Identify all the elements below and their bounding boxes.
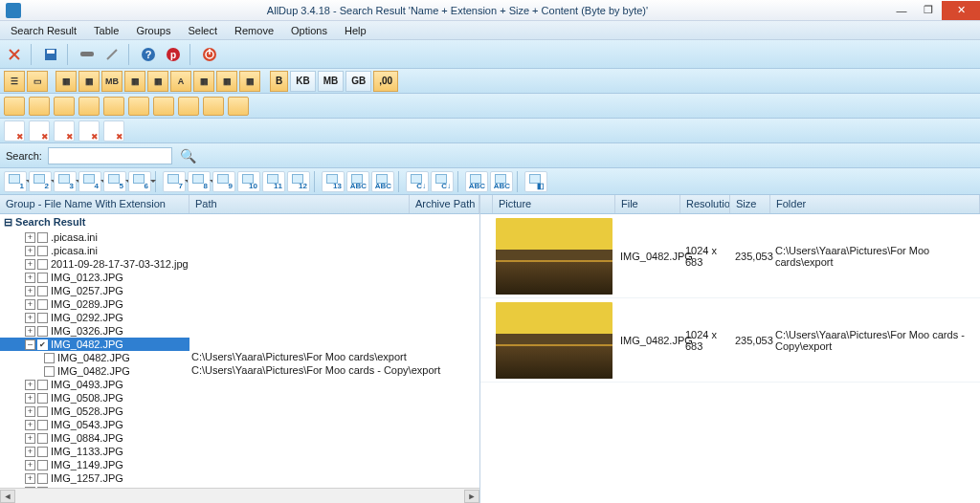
tree-node[interactable]: +IMG_0257.JPG: [0, 284, 189, 297]
tree-checkbox[interactable]: [37, 433, 48, 444]
col-file[interactable]: File: [615, 195, 680, 213]
action-btn-9[interactable]: 10: [237, 171, 260, 192]
view-mode-4[interactable]: ▦: [147, 71, 168, 92]
tree-node[interactable]: +.picasa.ini: [0, 230, 189, 244]
action-btn-11[interactable]: 12: [287, 171, 310, 192]
view-list-icon[interactable]: ▭: [27, 71, 48, 92]
view-mode-1[interactable]: ▦: [56, 71, 77, 92]
preview-row[interactable]: IMG_0482.JPG1024 x 683235,053C:\Users\Ya…: [480, 214, 980, 298]
tree-checkbox[interactable]: [37, 473, 48, 484]
brush-icon[interactable]: [101, 44, 122, 65]
menu-remove[interactable]: Remove: [228, 23, 280, 38]
unit-dec[interactable]: ,00: [373, 71, 398, 92]
action-btn-7[interactable]: 8: [188, 171, 211, 192]
action-btn-14[interactable]: ABC: [371, 171, 394, 192]
close-button[interactable]: ✕: [942, 1, 980, 20]
help-icon[interactable]: ?: [138, 44, 159, 65]
tree-checkbox[interactable]: [37, 380, 48, 390]
folder-action-0[interactable]: [4, 97, 25, 116]
menu-help[interactable]: Help: [338, 23, 373, 38]
tree-checkbox[interactable]: [37, 313, 48, 323]
tree-node[interactable]: –IMG_0482.JPG: [0, 338, 189, 351]
save-icon[interactable]: [40, 44, 61, 65]
action-btn-10[interactable]: 11: [262, 171, 285, 192]
action-btn-12[interactable]: 13: [322, 171, 345, 192]
unit-kb[interactable]: KB: [290, 71, 315, 92]
col-path[interactable]: Path: [189, 195, 410, 213]
tree-node[interactable]: +IMG_0528.JPG: [0, 405, 189, 418]
col-folder[interactable]: Folder: [770, 195, 980, 213]
folder-action-2[interactable]: [54, 97, 75, 116]
view-mode-2[interactable]: ▦: [78, 71, 100, 92]
unit-gb[interactable]: GB: [345, 71, 371, 92]
maximize-button[interactable]: ❐: [915, 1, 942, 20]
power-icon[interactable]: [199, 44, 220, 65]
remove-action-1[interactable]: [29, 120, 50, 142]
action-btn-3[interactable]: 4: [78, 171, 101, 192]
tree-node[interactable]: IMG_0482.JPG: [0, 364, 189, 378]
action-btn-13[interactable]: ABC: [346, 171, 369, 192]
minimize-button[interactable]: —: [888, 1, 915, 20]
view-mode-6[interactable]: ▦: [193, 71, 214, 92]
tree-checkbox[interactable]: [37, 259, 48, 270]
col-flag[interactable]: [480, 195, 493, 213]
tree-checkbox[interactable]: [37, 246, 48, 256]
view-mode-8[interactable]: ▦: [239, 71, 260, 92]
tree-node[interactable]: +IMG_0884.JPG: [0, 431, 189, 445]
scroll-left-icon[interactable]: ◄: [0, 490, 15, 503]
view-mode-3[interactable]: ▦: [124, 71, 145, 92]
tree-node[interactable]: +IMG_0493.JPG: [0, 378, 189, 391]
tree-node[interactable]: +IMG_1133.JPG: [0, 445, 189, 458]
view-mode-5[interactable]: A: [170, 71, 191, 92]
remove-action-2[interactable]: [54, 120, 75, 142]
tree-h-scrollbar[interactable]: ◄ ►: [0, 488, 479, 503]
search-icon[interactable]: 🔍: [178, 145, 199, 166]
folder-action-7[interactable]: [178, 97, 199, 116]
tree-checkbox[interactable]: [37, 299, 48, 310]
view-mode-mb[interactable]: MB: [101, 71, 122, 92]
result-tree[interactable]: ⊟ Search Result +.picasa.ini+.picasa.ini…: [0, 214, 479, 488]
tree-node[interactable]: +IMG_0543.JPG: [0, 418, 189, 431]
car-icon[interactable]: [77, 44, 98, 65]
tree-node[interactable]: IMG_0482.JPG: [0, 351, 189, 364]
folder-action-5[interactable]: [128, 97, 149, 116]
action-btn-17[interactable]: ABC: [465, 171, 488, 192]
action-btn-19[interactable]: ◧: [524, 171, 547, 192]
remove-action-4[interactable]: [103, 120, 124, 142]
tree-checkbox[interactable]: [37, 326, 48, 337]
tree-checkbox[interactable]: [37, 232, 48, 243]
folder-action-3[interactable]: [78, 97, 100, 116]
tree-node[interactable]: +IMG_1149.JPG: [0, 458, 189, 471]
col-resolution[interactable]: Resolution: [680, 195, 730, 213]
folder-action-9[interactable]: [228, 97, 249, 116]
tree-checkbox[interactable]: [37, 339, 48, 350]
view-tree-icon[interactable]: ☰: [4, 71, 25, 92]
preview-row[interactable]: IMG_0482.JPG1024 x 683235,053C:\Users\Ya…: [480, 298, 980, 383]
folder-action-8[interactable]: [203, 97, 224, 116]
menu-table[interactable]: Table: [87, 23, 125, 38]
col-archive[interactable]: Archive Path: [410, 195, 479, 213]
tree-node[interactable]: +.picasa.ini: [0, 244, 189, 257]
col-picture[interactable]: Picture: [493, 195, 615, 213]
view-mode-7[interactable]: ▦: [216, 71, 237, 92]
tree-node[interactable]: +IMG_0292.JPG: [0, 311, 189, 324]
preview-list[interactable]: IMG_0482.JPG1024 x 683235,053C:\Users\Ya…: [480, 214, 980, 503]
tree-node[interactable]: +IMG_1257.JPG: [0, 471, 189, 485]
folder-action-6[interactable]: [153, 97, 174, 116]
remove-action-3[interactable]: [78, 120, 100, 142]
tree-node[interactable]: +IMG_0123.JPG: [0, 271, 189, 284]
tree-checkbox[interactable]: [37, 393, 48, 404]
tree-node[interactable]: +IMG_0289.JPG: [0, 297, 189, 311]
action-btn-6[interactable]: 7: [163, 171, 186, 192]
tree-checkbox[interactable]: [37, 420, 48, 430]
pinterest-icon[interactable]: p: [163, 44, 184, 65]
tree-node[interactable]: +2011-09-28-17-37-03-312.jpg: [0, 257, 189, 271]
tree-node[interactable]: +IMG_0508.JPG: [0, 391, 189, 405]
menu-search-result[interactable]: Search Result: [4, 23, 83, 38]
action-btn-1[interactable]: 2: [29, 171, 52, 192]
delete-icon[interactable]: [4, 44, 25, 65]
col-size[interactable]: Size: [730, 195, 770, 213]
unit-b[interactable]: B: [270, 71, 288, 92]
action-btn-4[interactable]: 5: [103, 171, 126, 192]
action-btn-15[interactable]: C↓: [406, 171, 429, 192]
